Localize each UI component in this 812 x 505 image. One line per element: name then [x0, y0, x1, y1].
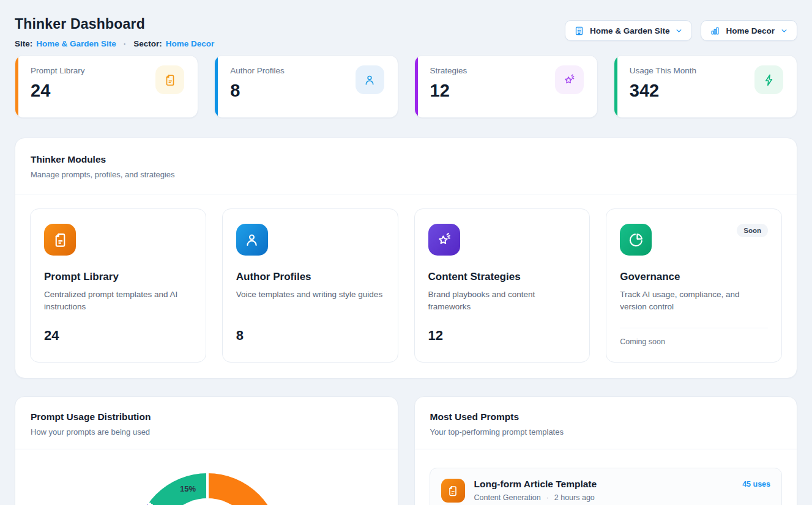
lightning-icon: [754, 65, 783, 94]
chevron-down-icon: [675, 27, 683, 35]
stat-card-strategies[interactable]: Strategies 12: [414, 55, 598, 118]
sparkle-star-icon: [428, 224, 460, 256]
prompts-subtitle: Your top-performing prompt templates: [430, 427, 782, 437]
stat-value: 12: [430, 81, 467, 101]
file-text-icon: [441, 479, 465, 503]
donut-chart: 15%: [15, 449, 398, 505]
slice-label-green: 15%: [163, 484, 212, 493]
meta-separator: ·: [546, 493, 549, 502]
stat-text: Strategies 12: [430, 66, 467, 117]
prompts-header: Most Used Prompts Your top-performing pr…: [415, 397, 797, 449]
prompt-uses-badge: 45 uses: [742, 480, 770, 488]
accent-bar: [614, 56, 617, 117]
stat-label: Prompt Library: [31, 66, 85, 75]
prompt-list-item[interactable]: Long-form Article Template Content Gener…: [430, 468, 783, 505]
usage-distribution-card: Prompt Usage Distribution How your promp…: [15, 396, 398, 505]
prompt-category: Content Generation: [474, 493, 541, 502]
stat-label: Usage This Month: [630, 66, 696, 75]
module-card-prompt-library[interactable]: Prompt Library Centralized prompt templa…: [30, 208, 206, 363]
stat-text: Prompt Library 24: [31, 66, 85, 117]
soon-badge: Soon: [737, 224, 768, 237]
accent-bar: [15, 56, 18, 117]
module-description: Voice templates and writing style guides: [236, 289, 384, 301]
header-left: Thinker Dashboard Site: Home & Garden Si…: [15, 16, 214, 48]
bar-chart-icon: [710, 26, 720, 36]
stat-card-prompt-library[interactable]: Prompt Library 24: [15, 55, 198, 118]
module-description: Brand playbooks and content frameworks: [428, 289, 576, 314]
user-icon: [236, 224, 268, 256]
stat-card-usage[interactable]: Usage This Month 342: [614, 55, 797, 118]
stats-row: Prompt Library 24 Author Profiles 8 Stra…: [15, 55, 797, 118]
module-card-governance[interactable]: Soon Governance Track AI usage, complian…: [606, 208, 782, 363]
modules-subtitle: Manage prompts, profiles, and strategies: [31, 170, 781, 179]
module-count: 12: [428, 328, 443, 344]
stat-card-author-profiles[interactable]: Author Profiles 8: [214, 55, 398, 118]
page-title: Thinker Dashboard: [15, 16, 214, 32]
user-icon: [356, 65, 384, 94]
site-label: Site:: [15, 39, 32, 48]
thinker-modules-panel: Thinker Modules Manage prompts, profiles…: [15, 138, 797, 378]
module-title: Prompt Library: [44, 271, 192, 283]
modules-header: Thinker Modules Manage prompts, profiles…: [15, 138, 797, 194]
sparkle-star-icon: [555, 65, 584, 94]
site-sector-meta: Site: Home & Garden Site · Sector: Home …: [15, 39, 214, 48]
stat-text: Usage This Month 342: [630, 66, 696, 117]
sector-link[interactable]: Home Decor: [166, 39, 215, 48]
module-title: Author Profiles: [236, 271, 384, 283]
modules-grid: Prompt Library Centralized prompt templa…: [15, 194, 797, 378]
modules-title: Thinker Modules: [31, 154, 781, 165]
stat-text: Author Profiles 8: [230, 66, 285, 117]
usage-title: Prompt Usage Distribution: [31, 411, 382, 422]
prompt-time: 2 hours ago: [554, 493, 595, 502]
module-description: Track AI usage, compliance, and version …: [620, 289, 768, 314]
divider: [415, 449, 797, 449]
thinker-dashboard: Thinker Dashboard Site: Home & Garden Si…: [0, 0, 812, 505]
pie-chart-icon: [620, 224, 652, 256]
prompt-meta: Content Generation · 2 hours ago: [474, 493, 734, 502]
building-icon: [574, 26, 584, 36]
module-title: Governance: [620, 271, 768, 283]
usage-header: Prompt Usage Distribution How your promp…: [15, 397, 398, 449]
most-used-prompts-card: Most Used Prompts Your top-performing pr…: [414, 396, 798, 505]
prompt-title: Long-form Article Template: [474, 479, 734, 490]
stat-label: Strategies: [430, 66, 467, 75]
accent-bar: [415, 56, 418, 117]
module-card-content-strategies[interactable]: Content Strategies Brand playbooks and c…: [414, 208, 590, 363]
top-bar: Thinker Dashboard Site: Home & Garden Si…: [15, 16, 797, 48]
bottom-row: Prompt Usage Distribution How your promp…: [15, 396, 797, 505]
coming-soon-text: Coming soon: [620, 328, 768, 346]
stat-label: Author Profiles: [230, 66, 285, 75]
prompt-text: Long-form Article Template Content Gener…: [474, 479, 734, 502]
module-title: Content Strategies: [428, 271, 576, 283]
stat-value: 24: [31, 81, 85, 101]
module-count: 24: [44, 328, 59, 344]
accent-bar: [215, 56, 218, 117]
site-link[interactable]: Home & Garden Site: [36, 39, 116, 48]
sector-selector-button[interactable]: Home Decor: [701, 20, 797, 41]
stat-value: 342: [630, 81, 696, 101]
file-text-icon: [155, 65, 184, 94]
file-text-icon: [44, 224, 76, 256]
site-selector-button[interactable]: Home & Garden Site: [565, 20, 693, 41]
module-card-author-profiles[interactable]: Author Profiles Voice templates and writ…: [222, 208, 398, 363]
header-selectors: Home & Garden Site Home Decor: [565, 20, 797, 41]
sector-label: Sector:: [133, 39, 162, 48]
meta-separator: ·: [120, 39, 130, 48]
chevron-down-icon: [780, 27, 788, 35]
module-count: 8: [236, 328, 244, 344]
stat-value: 8: [230, 81, 285, 101]
site-selector-label: Home & Garden Site: [590, 26, 670, 35]
sector-selector-label: Home Decor: [726, 26, 775, 35]
prompts-title: Most Used Prompts: [430, 411, 782, 422]
usage-subtitle: How your prompts are being used: [31, 427, 382, 437]
module-description: Centralized prompt templates and AI inst…: [44, 289, 192, 314]
